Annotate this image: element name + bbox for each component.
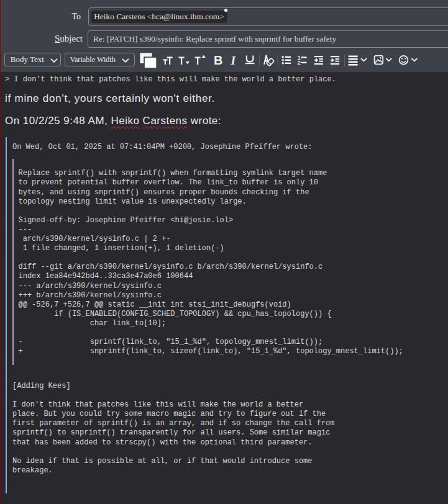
svg-text:2: 2 <box>298 59 301 66</box>
svg-text:B: B <box>214 53 222 67</box>
svg-text:I: I <box>231 54 237 67</box>
